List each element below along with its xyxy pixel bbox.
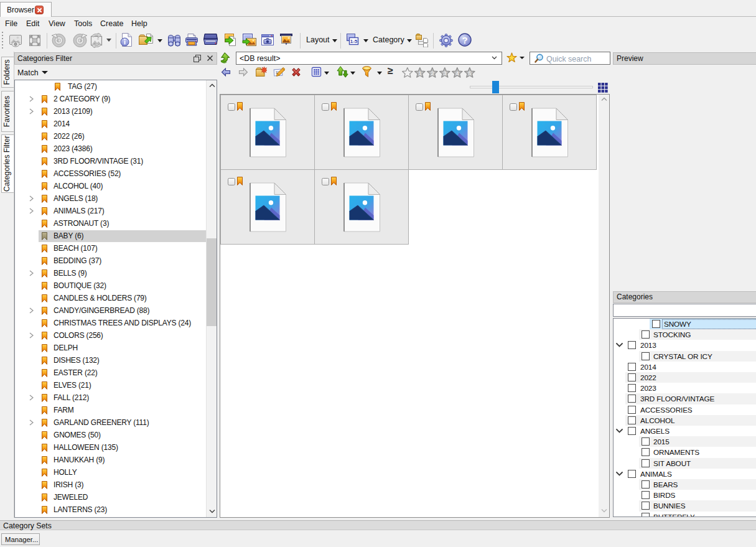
svg-text:1-5: 1-5 <box>350 39 358 44</box>
svg-text:4: 4 <box>455 70 459 77</box>
svg-text:5: 5 <box>468 70 471 77</box>
svg-text:3: 3 <box>443 70 446 77</box>
svg-text:1: 1 <box>418 70 421 77</box>
svg-text:?: ? <box>462 35 467 45</box>
svg-text:2: 2 <box>431 70 434 77</box>
